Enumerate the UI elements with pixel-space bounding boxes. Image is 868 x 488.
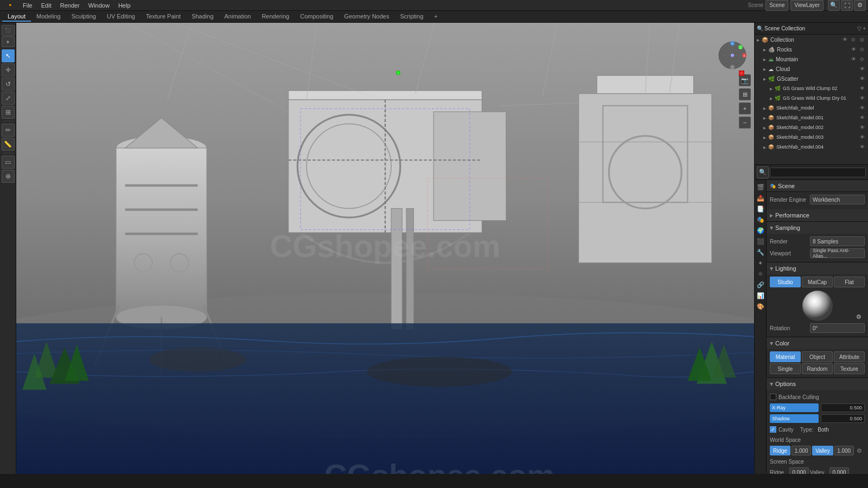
tool-cursor[interactable]: ↖ [2, 49, 15, 62]
tab-add[interactable]: + [429, 12, 443, 22]
studio-btn[interactable]: Studio [770, 277, 801, 287]
object-color-btn[interactable]: Object [802, 351, 833, 362]
outliner-item-mountain[interactable]: ▸ ⛰ Mountain 👁 ⊙ [755, 54, 868, 64]
render-samples-field[interactable]: 8 Samples [810, 236, 865, 246]
tab-rendering[interactable]: Rendering [256, 12, 295, 22]
tool-add[interactable]: ⊕ [2, 170, 15, 183]
viewlayer-selector[interactable]: ViewLayer [790, 0, 824, 11]
tab-sculpting[interactable]: Sculpting [66, 12, 101, 22]
ss-valley-val[interactable]: 0.000 [829, 467, 849, 474]
attribute-color-btn[interactable]: Attribute [834, 351, 865, 362]
outliner-item-grass1[interactable]: ▸ 🌿 GS Grass Wild Clump 02 👁 [755, 84, 868, 93]
ss-ridge-val[interactable]: 0.000 [789, 467, 809, 474]
world-props-icon[interactable]: 🌍 [756, 226, 765, 235]
tab-shading[interactable]: Shading [186, 12, 219, 22]
left-add-icon[interactable]: + [2, 36, 15, 47]
sampling-header[interactable]: ▶ Sampling [767, 222, 868, 234]
sel-icon-r[interactable]: ⊙ [858, 46, 866, 53]
matcap-btn[interactable]: MatCap [802, 277, 833, 287]
outliner-item-sfm2[interactable]: ▸ 📦 Sketchfab_model.001 👁 [755, 113, 868, 123]
particles-props-icon[interactable]: ✦ [756, 258, 765, 268]
world-settings-icon[interactable]: ⚙ [855, 446, 864, 455]
modifier-props-icon[interactable]: 🔧 [756, 247, 765, 257]
render-icon[interactable]: ◎ [858, 36, 866, 43]
menu-help[interactable]: Help [114, 1, 135, 10]
tab-compositing[interactable]: Compositing [295, 12, 339, 22]
tab-modeling[interactable]: Modeling [31, 12, 66, 22]
eye-icon-r[interactable]: 👁 [850, 46, 857, 53]
tab-layout[interactable]: Layout [2, 12, 31, 22]
rotation-field[interactable]: 0° [810, 323, 865, 333]
matcap-sphere[interactable] [801, 290, 834, 322]
tab-geometry-nodes[interactable]: Geometry Nodes [339, 12, 394, 22]
eye-icon[interactable]: 👁 [841, 36, 848, 43]
constraints-props-icon[interactable]: 🔗 [756, 280, 765, 290]
grid-view-icon[interactable]: ⊞ [739, 88, 751, 100]
output-props-icon[interactable]: 📤 [756, 193, 765, 203]
select-icon[interactable]: ⊙ [850, 36, 857, 43]
search-props-icon[interactable]: 🔍 [757, 166, 769, 178]
menu-render[interactable]: Render [56, 1, 84, 10]
left-view-icon[interactable]: ⬛ [2, 25, 15, 36]
menu-file[interactable]: File [18, 1, 37, 10]
scene-selector[interactable]: Scene [765, 0, 788, 11]
props-search-input[interactable] [770, 168, 866, 177]
outliner-item-rocks[interactable]: ▸ 🪨 Rocks 👁 ⊙ [755, 44, 868, 54]
single-color-btn[interactable]: Single [770, 363, 801, 374]
outliner-item-sfm5[interactable]: ▸ 📦 Sketchfab_model.004 👁 [755, 142, 868, 152]
outliner-item-grass2[interactable]: ▸ 🌿 GS Grass Wild Clump Dry 01 👁 [755, 93, 868, 103]
valley-val[interactable]: 1.000 [834, 446, 854, 455]
lighting-header[interactable]: ▶ Lighting [767, 262, 868, 274]
cavity-checkbox[interactable]: ✓ [770, 426, 776, 433]
options-header[interactable]: ▶ Options [767, 378, 868, 390]
tab-scripting[interactable]: Scripting [394, 12, 429, 22]
view-layer-props-icon[interactable]: 📑 [756, 204, 765, 214]
shadow-slider[interactable]: Shadow [770, 414, 819, 423]
outliner-item-sfm4[interactable]: ▸ 📦 Sketchfab_model.003 👁 [755, 132, 868, 142]
zoom-in-icon[interactable]: + [739, 102, 751, 114]
backface-checkbox[interactable] [770, 394, 776, 400]
settings-icon[interactable]: ⚙ [854, 0, 866, 11]
ridge-val[interactable]: 1.000 [792, 446, 811, 455]
zoom-out-icon[interactable]: − [739, 117, 751, 129]
material-color-btn[interactable]: Material [770, 351, 801, 362]
material-props-icon[interactable]: 🎨 [756, 301, 765, 311]
tool-measure[interactable]: 📏 [2, 138, 15, 151]
render-props-icon[interactable]: 🎬 [756, 182, 765, 192]
camera-view-icon[interactable]: 📷 [739, 74, 751, 86]
viewport[interactable]: Object Mode ▾ View Select Add Object ⬜ ⬛… [16, 23, 754, 474]
outliner-item-sfm3[interactable]: ▸ 📦 Sketchfab_model.002 👁 [755, 123, 868, 132]
outliner-item-collection[interactable]: ▸ 📦 Collection 👁 ⊙ ◎ [755, 35, 868, 44]
performance-header[interactable]: ▶ Performance [767, 209, 868, 221]
texture-color-btn[interactable]: Texture [834, 363, 865, 374]
outliner-item-gscatter[interactable]: ▸ 🌿 GScatter 👁 [755, 74, 868, 84]
filter-icon[interactable]: ▽ [857, 25, 861, 31]
navigation-gizmo[interactable]: Y X Z [716, 39, 749, 72]
data-props-icon[interactable]: 📊 [756, 291, 765, 300]
viewport-aa-field[interactable]: Single Pass Anti-Alias... [810, 248, 865, 258]
physics-props-icon[interactable]: ⚛ [756, 269, 765, 279]
render-engine-field[interactable]: Workbench [810, 195, 865, 204]
tool-move[interactable]: ✛ [2, 63, 15, 76]
tool-annotate[interactable]: ✏ [2, 124, 15, 137]
xray-slider[interactable]: X-Ray [770, 403, 819, 412]
tab-uv-editing[interactable]: UV Editing [101, 12, 141, 22]
tool-rotate[interactable]: ↺ [2, 78, 15, 91]
flat-btn[interactable]: Flat [834, 277, 865, 287]
fullscreen-icon[interactable]: ⛶ [841, 0, 853, 11]
outliner-item-sfm1[interactable]: ▸ 📦 Sketchfab_model 👁 [755, 103, 868, 113]
tab-texture-paint[interactable]: Texture Paint [141, 12, 186, 22]
tool-transform[interactable]: ⊞ [2, 106, 15, 119]
tab-animation[interactable]: Animation [219, 12, 257, 22]
random-color-btn[interactable]: Random [802, 363, 833, 374]
matcap-settings-icon[interactable]: ⚙ [856, 313, 865, 320]
tool-box-select[interactable]: ▭ [2, 156, 15, 169]
add-collection-icon[interactable]: + [863, 25, 866, 31]
valley-btn[interactable]: Valley [812, 446, 833, 455]
color-header[interactable]: ▶ Color [767, 337, 868, 349]
tool-scale[interactable]: ⤢ [2, 92, 15, 105]
object-props-icon[interactable]: ⬛ [756, 236, 765, 246]
menu-window[interactable]: Window [84, 1, 114, 10]
scene-props-icon[interactable]: 🎭 [756, 215, 765, 224]
ridge-btn[interactable]: Ridge [770, 446, 790, 455]
